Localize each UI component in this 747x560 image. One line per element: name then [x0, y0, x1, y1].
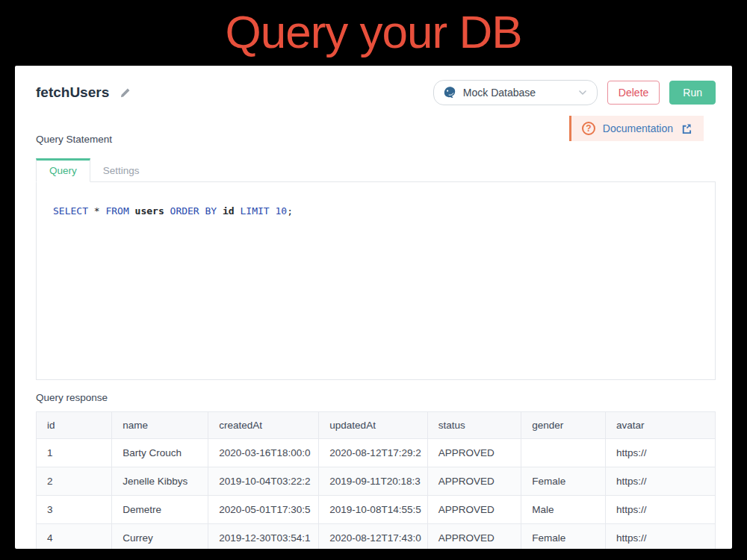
- table-cell: 2: [37, 467, 112, 496]
- database-select[interactable]: Mock Database: [433, 80, 598, 105]
- results-table: idnamecreatedAtupdatedAtstatusgenderavat…: [36, 411, 716, 549]
- sql-token-plain: [88, 205, 94, 217]
- sql-token-plain: *: [94, 205, 100, 217]
- sql-token-plain: [164, 205, 170, 217]
- database-select-value: Mock Database: [463, 87, 571, 99]
- page-title: Query your DB: [0, 4, 747, 60]
- table-cell: Barty Crouch: [112, 439, 208, 467]
- table-cell: APPROVED: [427, 496, 521, 524]
- question-circle-icon: ?: [582, 122, 595, 135]
- column-header-updatedAt[interactable]: updatedAt: [319, 412, 427, 439]
- postgresql-icon: [443, 86, 456, 99]
- column-header-createdAt[interactable]: createdAt: [208, 412, 319, 439]
- table-cell: 2020-08-12T17:29:2: [319, 439, 427, 467]
- tab-bar: Query Settings: [36, 158, 716, 182]
- table-cell: https://: [605, 439, 715, 467]
- table-row[interactable]: 3Demetre2020-05-01T17:30:52019-10-08T14:…: [37, 496, 716, 524]
- table-cell: https://: [605, 496, 715, 524]
- sql-token-identifier: id: [223, 205, 235, 217]
- column-header-gender[interactable]: gender: [521, 412, 606, 439]
- query-editor-panel: fetchUsers Mock Database Delete Run: [15, 66, 732, 549]
- table-cell: 4: [37, 524, 112, 550]
- table-cell: 1: [37, 439, 112, 467]
- table-cell: APPROVED: [427, 524, 521, 550]
- column-header-name[interactable]: name: [112, 412, 208, 439]
- query-name: fetchUsers: [36, 84, 109, 101]
- chevron-down-icon: [577, 87, 588, 98]
- sql-token-plain: [129, 205, 135, 217]
- table-cell: Female: [521, 467, 606, 496]
- sql-token-number: 10: [275, 205, 287, 217]
- sql-token-keyword: LIMIT: [241, 205, 270, 217]
- table-row[interactable]: 2Jenelle Kibbys2019-10-04T03:22:22019-09…: [37, 467, 716, 496]
- table-cell: 2019-10-04T03:22:2: [208, 467, 319, 496]
- table-cell: Female: [521, 524, 606, 550]
- column-header-id[interactable]: id: [37, 412, 112, 439]
- sql-code-line[interactable]: SELECT * FROM users ORDER BY id LIMIT 10…: [53, 205, 293, 217]
- table-cell: 3: [37, 496, 112, 524]
- results-table-container[interactable]: idnamecreatedAtupdatedAtstatusgenderavat…: [36, 411, 716, 549]
- column-header-status[interactable]: status: [427, 412, 521, 439]
- tab-settings[interactable]: Settings: [90, 161, 152, 181]
- table-cell: 2020-08-12T17:43:0: [319, 524, 427, 550]
- table-cell: 2019-10-08T14:55:5: [319, 496, 427, 524]
- table-cell: APPROVED: [427, 467, 521, 496]
- external-link-icon: [681, 123, 692, 134]
- query-response-label: Query response: [36, 392, 716, 403]
- run-button[interactable]: Run: [669, 81, 716, 105]
- sql-editor[interactable]: SELECT * FROM users ORDER BY id LIMIT 10…: [36, 182, 716, 380]
- table-header-row: idnamecreatedAtupdatedAtstatusgenderavat…: [37, 412, 716, 439]
- table-cell: [521, 439, 606, 467]
- documentation-link-label: Documentation: [603, 122, 673, 134]
- table-cell: 2019-09-11T20:18:3: [319, 467, 427, 496]
- header-controls: Mock Database Delete Run: [433, 80, 716, 105]
- table-cell: https://: [605, 467, 715, 496]
- table-cell: 2019-12-30T03:54:1: [208, 524, 319, 550]
- table-cell: Male: [521, 496, 606, 524]
- sql-token-plain: [217, 205, 223, 217]
- tab-query[interactable]: Query: [36, 158, 90, 182]
- table-cell: 2020-03-16T18:00:0: [208, 439, 319, 467]
- sql-token-keyword: SELECT: [53, 205, 88, 217]
- table-cell: https://: [605, 524, 715, 550]
- table-cell: Currey: [112, 524, 208, 550]
- sql-token-keyword: ORDER BY: [170, 205, 217, 217]
- delete-button[interactable]: Delete: [607, 81, 660, 105]
- column-header-avatar[interactable]: avatar: [605, 412, 715, 439]
- table-cell: APPROVED: [427, 439, 521, 467]
- table-cell: Jenelle Kibbys: [112, 467, 208, 496]
- documentation-banner[interactable]: ? Documentation: [569, 116, 704, 141]
- table-row[interactable]: 1Barty Crouch2020-03-16T18:00:02020-08-1…: [37, 439, 716, 467]
- sql-token-keyword: FROM: [105, 205, 128, 217]
- panel-header: fetchUsers Mock Database Delete Run: [36, 80, 716, 105]
- edit-pencil-icon[interactable]: [120, 87, 131, 99]
- table-cell: Demetre: [112, 496, 208, 524]
- table-row[interactable]: 4Currey2019-12-30T03:54:12020-08-12T17:4…: [37, 524, 716, 550]
- sql-token-plain: [235, 205, 241, 217]
- sql-token-identifier: users: [135, 205, 164, 217]
- table-cell: 2020-05-01T17:30:5: [208, 496, 319, 524]
- sql-token-plain: ;: [287, 205, 293, 217]
